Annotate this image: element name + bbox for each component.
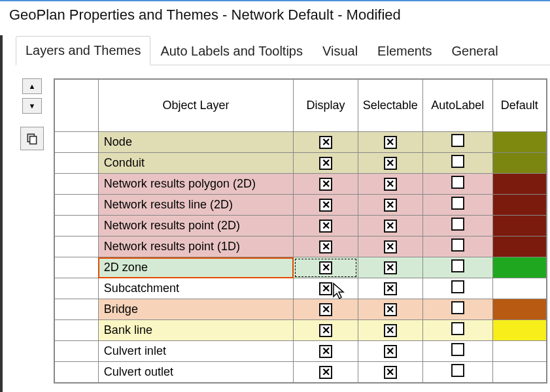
selectable-checkbox[interactable] bbox=[384, 282, 397, 295]
tab-auto-labels-and-tooltips[interactable]: Auto Labels and Tooltips bbox=[150, 37, 313, 65]
autolabel-cell[interactable] bbox=[422, 216, 492, 237]
default-color-cell[interactable] bbox=[492, 153, 546, 174]
selectable-cell[interactable] bbox=[358, 153, 422, 174]
header-object-layer[interactable]: Object Layer bbox=[98, 80, 293, 132]
autolabel-cell[interactable] bbox=[422, 257, 492, 278]
selectable-cell[interactable] bbox=[358, 278, 422, 299]
row-header[interactable] bbox=[55, 278, 99, 299]
move-down-button[interactable]: ▼ bbox=[22, 98, 42, 114]
object-layer-cell[interactable]: Bridge bbox=[98, 299, 293, 320]
selectable-cell[interactable] bbox=[358, 320, 422, 341]
selectable-checkbox[interactable] bbox=[384, 345, 397, 358]
row-header[interactable] bbox=[55, 362, 99, 383]
default-color-cell[interactable] bbox=[492, 362, 546, 383]
object-layer-cell[interactable]: Network results point (1D) bbox=[98, 237, 293, 257]
default-color-cell[interactable] bbox=[492, 320, 546, 341]
default-color-cell[interactable] bbox=[492, 278, 546, 299]
selectable-checkbox[interactable] bbox=[384, 220, 397, 233]
autolabel-checkbox[interactable] bbox=[451, 197, 464, 210]
display-cell[interactable] bbox=[294, 195, 358, 216]
object-layer-cell[interactable]: Bank line bbox=[98, 320, 293, 341]
selectable-checkbox[interactable] bbox=[384, 136, 397, 149]
header-default[interactable]: Default bbox=[492, 80, 546, 132]
display-checkbox[interactable] bbox=[319, 282, 332, 295]
selectable-checkbox[interactable] bbox=[384, 366, 397, 379]
display-cell[interactable] bbox=[294, 132, 358, 153]
display-cell[interactable] bbox=[294, 174, 358, 195]
object-layer-cell[interactable]: Node bbox=[98, 132, 293, 153]
display-cell[interactable] bbox=[294, 341, 358, 362]
display-cell[interactable] bbox=[294, 237, 358, 257]
autolabel-cell[interactable] bbox=[422, 132, 492, 153]
selectable-cell[interactable] bbox=[358, 341, 422, 362]
default-color-cell[interactable] bbox=[492, 341, 546, 362]
display-checkbox[interactable] bbox=[319, 303, 332, 316]
autolabel-checkbox[interactable] bbox=[451, 134, 464, 147]
autolabel-checkbox[interactable] bbox=[451, 280, 464, 293]
display-cell[interactable] bbox=[294, 299, 358, 320]
object-layer-cell[interactable]: Subcatchment bbox=[98, 278, 293, 299]
selectable-cell[interactable] bbox=[358, 237, 422, 257]
display-cell[interactable] bbox=[294, 216, 358, 237]
object-layer-cell[interactable]: Network results line (2D) bbox=[98, 195, 293, 216]
display-checkbox[interactable] bbox=[319, 220, 332, 233]
autolabel-cell[interactable] bbox=[422, 195, 492, 216]
display-checkbox[interactable] bbox=[319, 366, 332, 379]
selectable-checkbox[interactable] bbox=[384, 178, 397, 191]
selectable-checkbox[interactable] bbox=[384, 324, 397, 337]
selectable-cell[interactable] bbox=[358, 299, 422, 320]
row-header[interactable] bbox=[55, 195, 99, 216]
row-header[interactable] bbox=[55, 132, 99, 153]
autolabel-cell[interactable] bbox=[422, 299, 492, 320]
autolabel-checkbox[interactable] bbox=[451, 218, 464, 231]
object-layer-cell[interactable]: 2D zone bbox=[98, 257, 293, 278]
copy-button[interactable] bbox=[20, 127, 44, 150]
object-layer-cell[interactable]: Culvert outlet bbox=[98, 362, 293, 383]
row-header[interactable] bbox=[55, 257, 99, 278]
display-checkbox[interactable] bbox=[319, 324, 332, 337]
row-header[interactable] bbox=[55, 320, 99, 341]
display-cell[interactable] bbox=[294, 278, 358, 299]
object-layer-cell[interactable]: Culvert inlet bbox=[98, 341, 293, 362]
autolabel-checkbox[interactable] bbox=[451, 322, 464, 335]
default-color-cell[interactable] bbox=[492, 216, 546, 237]
display-cell[interactable] bbox=[294, 153, 358, 174]
display-checkbox[interactable] bbox=[319, 199, 332, 212]
tab-visual[interactable]: Visual bbox=[313, 37, 368, 65]
object-layer-cell[interactable]: Network results point (2D) bbox=[98, 216, 293, 237]
header-autolabel[interactable]: AutoLabel bbox=[422, 80, 492, 132]
selectable-checkbox[interactable] bbox=[384, 261, 397, 274]
display-cell[interactable] bbox=[294, 362, 358, 383]
autolabel-checkbox[interactable] bbox=[451, 155, 464, 168]
display-checkbox[interactable] bbox=[319, 136, 332, 149]
display-cell[interactable] bbox=[294, 320, 358, 341]
autolabel-cell[interactable] bbox=[422, 278, 492, 299]
autolabel-cell[interactable] bbox=[422, 341, 492, 362]
display-checkbox[interactable] bbox=[319, 345, 332, 358]
autolabel-checkbox[interactable] bbox=[451, 301, 464, 314]
autolabel-checkbox[interactable] bbox=[451, 343, 464, 356]
selectable-checkbox[interactable] bbox=[384, 199, 397, 212]
object-layer-cell[interactable]: Conduit bbox=[98, 153, 293, 174]
header-display[interactable]: Display bbox=[294, 80, 358, 132]
move-up-button[interactable]: ▲ bbox=[22, 78, 42, 94]
selectable-checkbox[interactable] bbox=[384, 240, 397, 253]
tab-elements[interactable]: Elements bbox=[368, 37, 441, 65]
layer-grid[interactable]: Object Layer Display Selectable AutoLabe… bbox=[54, 78, 547, 384]
tab-general[interactable]: General bbox=[441, 37, 507, 65]
row-header[interactable] bbox=[55, 237, 99, 257]
row-header[interactable] bbox=[55, 153, 99, 174]
tab-layers-and-themes[interactable]: Layers and Themes bbox=[16, 36, 150, 65]
header-selectable[interactable]: Selectable bbox=[358, 80, 422, 132]
display-checkbox[interactable] bbox=[319, 261, 332, 274]
display-checkbox[interactable] bbox=[319, 178, 332, 191]
row-header[interactable] bbox=[55, 299, 99, 320]
autolabel-cell[interactable] bbox=[422, 320, 492, 341]
selectable-cell[interactable] bbox=[358, 257, 422, 278]
autolabel-cell[interactable] bbox=[422, 237, 492, 257]
object-layer-cell[interactable]: Network results polygon (2D) bbox=[98, 174, 293, 195]
default-color-cell[interactable] bbox=[492, 299, 546, 320]
default-color-cell[interactable] bbox=[492, 237, 546, 257]
default-color-cell[interactable] bbox=[492, 195, 546, 216]
default-color-cell[interactable] bbox=[492, 132, 546, 153]
